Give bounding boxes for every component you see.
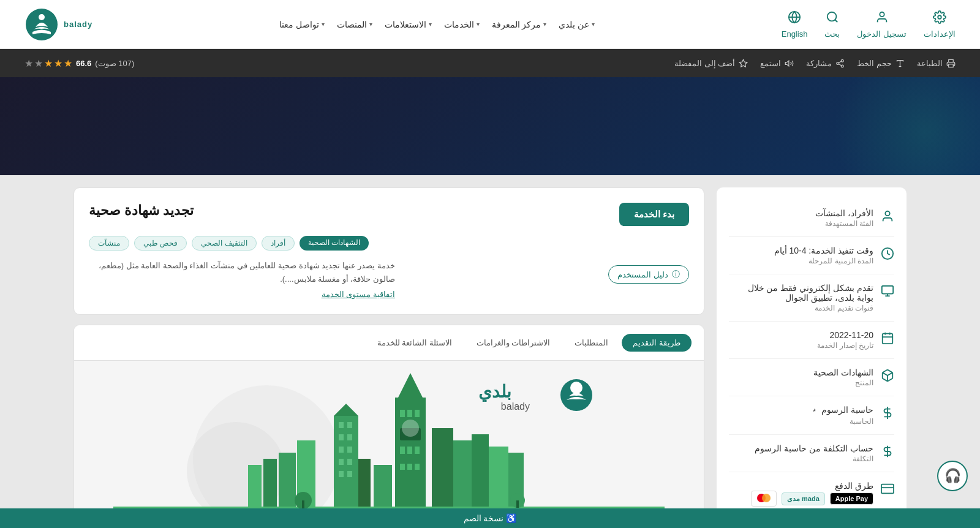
- dollar-sidebar-icon: [881, 406, 894, 423]
- toolbar-share[interactable]: مشاركة: [806, 59, 845, 68]
- start-service-button[interactable]: بدء الخدمة: [619, 203, 689, 226]
- tag-health-certs: الشهادات الصحية: [300, 236, 369, 251]
- chevron-contact-icon: ▾: [322, 21, 325, 28]
- star-2-icon: ★: [34, 58, 43, 69]
- star-1-icon: ★: [24, 58, 33, 69]
- sidebar-calculator[interactable]: حاسبة الرسوم ﹡ الحاسبة: [729, 396, 894, 435]
- tag-health-education: التثقيف الصحي: [192, 236, 256, 251]
- star-icon: [739, 59, 748, 68]
- menu-label-contact: تواصل معنا: [279, 20, 319, 29]
- nav-menu: ▾ عن بلدي ▾ مركز المعرفة ▾ الخدمات ▾ الا…: [279, 20, 595, 29]
- sidebar: الأفراد، المنشآت الفئة المستهدفة وقت تنف…: [717, 187, 907, 528]
- share-label: مشاركة: [806, 59, 832, 68]
- nav-login[interactable]: تسجيل الدخول: [857, 10, 907, 39]
- toolbar-left: الطباعة حجم الخط مشاركة استمع أضف إلى ال…: [674, 59, 956, 68]
- svg-point-32: [762, 494, 771, 502]
- nav-settings[interactable]: الإعدادات: [924, 10, 956, 39]
- svg-point-1: [880, 12, 884, 16]
- toolbar-add-fav[interactable]: أضف إلى المفضلة: [674, 59, 748, 68]
- issue-date-subtitle: تاريخ إصدار الخدمة: [817, 341, 873, 350]
- svg-point-11: [842, 59, 844, 62]
- target-group-subtitle: الفئة المستهدفة: [815, 219, 873, 228]
- headphone-icon: 🎧: [944, 468, 961, 484]
- settings-icon: [933, 10, 946, 27]
- chevron-inquiries-icon: ▾: [429, 21, 432, 28]
- menu-item-about[interactable]: ▾ عن بلدي: [559, 20, 595, 29]
- svg-rect-73: [248, 465, 262, 508]
- svg-text:بلدي: بلدي: [478, 382, 511, 402]
- sidebar-channels: تقدم بشكل إلكتروني فقط من خلال بوابة بلد…: [729, 274, 894, 322]
- sidebar-execution-time: وقت تنفيذ الخدمة: 4-10 أيام المدة الزمني…: [729, 237, 894, 274]
- deaf-version-bar[interactable]: ♿ نسخة الصم: [0, 508, 980, 528]
- svg-rect-60: [339, 459, 344, 465]
- toolbar-print[interactable]: الطباعة: [917, 59, 956, 68]
- star-3-icon: ★: [44, 58, 53, 69]
- service-tags: الشهادات الصحية أفراد التثقيف الصحي فحص …: [89, 236, 689, 251]
- service-title: تجديد شهادة صحية: [89, 203, 194, 219]
- menu-label-services: الخدمات: [444, 20, 474, 29]
- tab-requirements[interactable]: المتطلبات: [564, 334, 619, 352]
- globe-icon: [788, 10, 801, 27]
- tabs-header: طريقة التقديم المتطلبات الاشتراطات والغر…: [74, 325, 704, 361]
- svg-point-39: [570, 382, 582, 394]
- sidebar-issue-date: 2022-11-20 تاريخ إصدار الخدمة: [729, 322, 894, 359]
- svg-rect-81: [516, 500, 519, 508]
- svg-rect-61: [347, 459, 352, 465]
- chevron-services-icon: ▾: [477, 21, 480, 28]
- menu-item-knowledge[interactable]: ▾ مركز المعرفة: [492, 20, 547, 29]
- toolbar-listen[interactable]: استمع: [760, 59, 794, 68]
- listen-icon: [785, 59, 794, 68]
- svg-rect-55: [347, 422, 352, 428]
- svg-rect-43: [400, 410, 405, 417]
- nav-right: الإعدادات تسجيل الدخول بحث: [782, 10, 956, 39]
- svg-rect-29: [881, 485, 894, 494]
- menu-item-services[interactable]: ▾ الخدمات: [444, 20, 480, 29]
- deaf-label-text: نسخة الصم: [464, 513, 504, 523]
- service-card: بدء الخدمة تجديد شهادة صحية الشهادات الص…: [74, 187, 704, 315]
- star-4-icon: ★: [54, 58, 62, 69]
- svg-rect-49: [400, 464, 405, 470]
- svg-point-13: [842, 65, 844, 67]
- user-guide-button[interactable]: ⓘ دليل المستخدم: [608, 265, 689, 284]
- chevron-knowledge-icon: ▾: [543, 21, 546, 28]
- menu-item-contact[interactable]: ▾ تواصل معنا: [279, 20, 325, 29]
- monitor-sidebar-icon: [881, 284, 894, 301]
- tab-application-method[interactable]: طريقة التقديم: [622, 334, 692, 352]
- calendar-sidebar-icon: [881, 331, 894, 348]
- logo-icon: [24, 7, 59, 42]
- toolbar-font-size[interactable]: حجم الخط: [857, 59, 905, 68]
- logo-text: balady: [64, 20, 92, 29]
- add-fav-label: أضف إلى المفضلة: [674, 59, 735, 68]
- nav-search[interactable]: بحث: [824, 10, 840, 39]
- svg-point-18: [885, 211, 889, 216]
- mada-badge: mada مدى: [782, 492, 825, 505]
- deaf-icon: ♿: [506, 513, 516, 523]
- font-size-icon: [895, 59, 905, 68]
- svg-rect-47: [407, 447, 412, 454]
- cost-title: حساب التكلفة من حاسبة الرسوم: [755, 443, 873, 453]
- menu-label-platforms: المنصات: [337, 20, 367, 29]
- tag-individuals: أفراد: [262, 236, 295, 251]
- service-agreement-link[interactable]: اتفاقية مستوى الخدمة: [322, 290, 395, 299]
- product-subtitle: المنتج: [813, 379, 873, 387]
- tab-faq[interactable]: الاسئلة الشائعة للخدمة: [366, 334, 463, 352]
- svg-rect-8: [949, 64, 954, 67]
- deaf-accessibility-button[interactable]: 🎧: [937, 461, 968, 491]
- menu-item-inquiries[interactable]: ▾ الاستعلامات: [385, 20, 432, 29]
- print-icon: [946, 59, 956, 68]
- payment-title: طرق الدفع: [729, 481, 873, 491]
- tab-conditions[interactable]: الاشتراطات والغرامات: [466, 334, 562, 352]
- box-sidebar-icon: [881, 369, 894, 385]
- menu-label-about: عن بلدي: [559, 20, 589, 29]
- menu-item-platforms[interactable]: ▾ المنصات: [337, 20, 372, 29]
- calculator-subtitle: الحاسبة: [810, 417, 873, 426]
- chevron-about-icon: ▾: [592, 21, 595, 28]
- product-title: الشهادات الصحية: [813, 368, 873, 377]
- svg-point-2: [827, 12, 837, 21]
- nav-english[interactable]: English: [782, 10, 808, 39]
- print-label: الطباعة: [917, 59, 943, 68]
- nav-logo[interactable]: balady: [24, 7, 92, 42]
- svg-rect-57: [347, 434, 352, 440]
- svg-rect-54: [339, 422, 344, 428]
- svg-text:balady: balady: [501, 401, 530, 412]
